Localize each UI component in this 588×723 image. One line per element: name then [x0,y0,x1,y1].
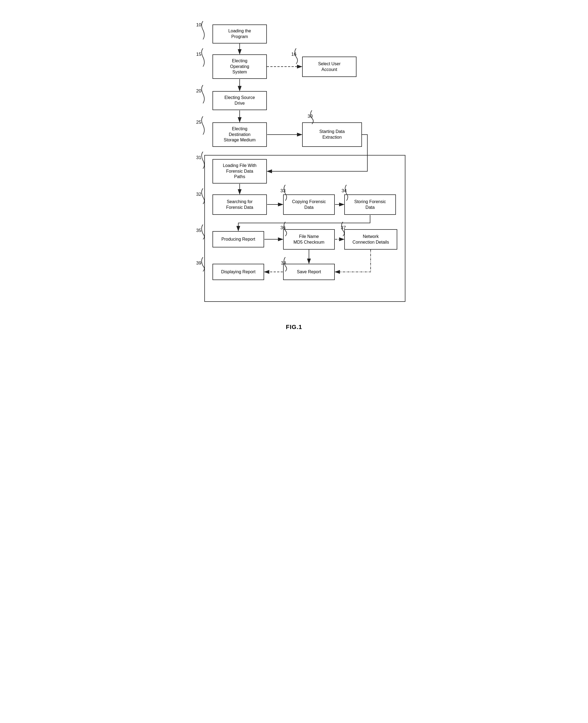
box-save-report: Save Report [283,264,335,280]
ref-30: 30 [308,114,313,119]
ref-33: 33 [280,188,286,194]
diagram-container: 10 Loading theProgram 15 ElectingOperati… [183,11,405,336]
box-displaying-report: Displaying Report [212,264,264,280]
box-copying: Copying ForensicData [283,195,335,215]
ref-39: 39 [196,260,201,266]
box-loading-file: Loading File WithForensic DataPaths [212,159,267,183]
ref-32: 32 [196,192,201,197]
box-network-conn: NetworkConnection Details [344,229,397,249]
box-searching: Searching forForensic Data [212,195,267,215]
ref-25: 25 [196,120,201,125]
figure-label: FIG.1 [188,324,400,330]
box-producing-report: Producing Report [212,231,264,247]
ref-31: 31 [196,155,201,160]
box-electing-os: ElectingOperatingSystem [212,54,267,79]
box-electing-source: Electing SourceDrive [212,91,267,110]
ref-35: 35 [196,228,201,233]
box-storing: Storing ForensicData [344,195,396,215]
ref-15: 15 [196,52,201,57]
ref-10: 10 [196,22,201,28]
box-select-user: Select UserAccount [302,57,357,77]
ref-20: 20 [196,88,201,94]
ref-34: 34 [341,188,347,194]
box-electing-dest: ElectingDestinationStorage Medium [212,122,267,147]
box-loading-program: Loading theProgram [212,24,267,43]
box-starting-extraction: Starting DataExtraction [302,122,362,147]
diagram-inner: 10 Loading theProgram 15 ElectingOperati… [188,16,411,316]
ref-16: 16 [291,52,296,57]
box-file-md5: File NameMD5 Checksum [283,229,335,249]
